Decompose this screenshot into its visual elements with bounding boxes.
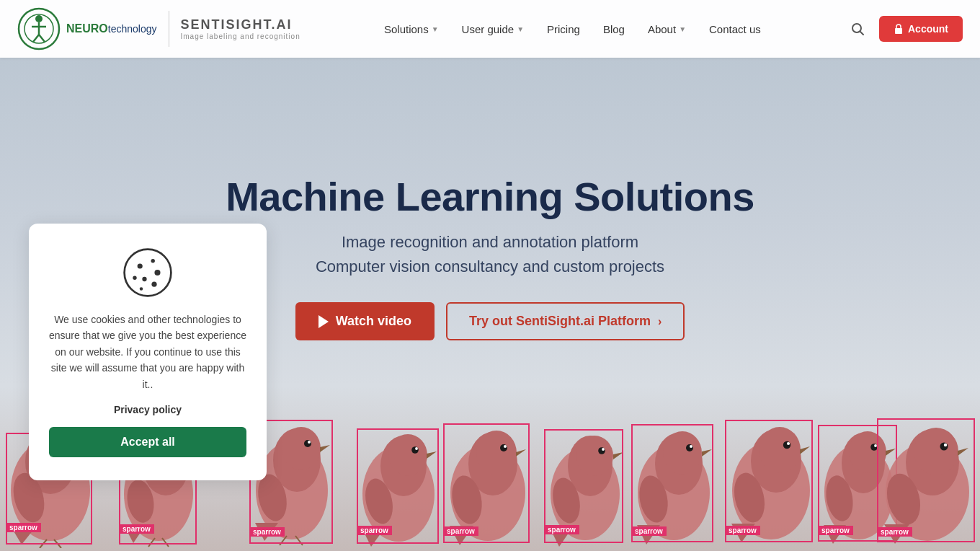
nav-solutions[interactable]: Solutions ▼ (374, 17, 449, 41)
bird-label-3: sparrow (249, 527, 285, 537)
bird-label-1: sparrow (6, 523, 41, 532)
account-label: Account (908, 23, 948, 35)
bird-label-5: sparrow (443, 526, 478, 536)
bird-item-10: sparrow (872, 404, 980, 551)
account-button[interactable]: Account (879, 16, 963, 42)
bird-label-10: sparrow (877, 527, 912, 537)
play-icon (318, 315, 329, 328)
bird-item-7: sparrow (627, 407, 721, 551)
header: NEUROtechnology SENTISIGHT.AI Image labe… (0, 0, 980, 58)
neuro-logo-icon (17, 7, 61, 50)
search-button[interactable] (845, 16, 870, 42)
svg-point-77 (138, 263, 143, 268)
bird-label-4: sparrow (357, 526, 392, 535)
bird-item-4: sparrow (353, 411, 447, 551)
bird-item-6: sparrow (540, 411, 631, 551)
user-guide-chevron-icon: ▼ (517, 25, 524, 33)
bird-bounding-box-10 (877, 418, 975, 542)
bird-bounding-box-5 (443, 423, 530, 543)
nav-about[interactable]: About ▼ (638, 17, 696, 41)
bird-label-6: sparrow (544, 525, 579, 534)
neuro-label: NEUROtechnology (66, 22, 157, 35)
main-nav: Solutions ▼ User guide ▼ Pricing Blog Ab… (374, 17, 771, 41)
privacy-policy-link[interactable]: Privacy policy (114, 404, 182, 415)
bird-bounding-box-7 (631, 424, 713, 542)
svg-point-80 (142, 277, 146, 281)
svg-point-83 (140, 287, 143, 291)
svg-point-78 (151, 259, 155, 263)
neuro-text-block: NEUROtechnology (66, 22, 157, 35)
svg-rect-9 (895, 28, 902, 34)
bird-label-9: sparrow (818, 526, 853, 535)
svg-point-76 (125, 250, 172, 296)
logo-neuro[interactable]: NEUROtechnology (17, 7, 157, 50)
nav-user-guide[interactable]: User guide ▼ (452, 17, 534, 41)
cookie-text: We use cookies and other technologies to… (49, 312, 246, 392)
header-right: Account (845, 16, 963, 42)
nav-pricing[interactable]: Pricing (537, 17, 590, 41)
bird-bounding-box-8 (725, 420, 813, 542)
nav-contact[interactable]: Contact us (699, 17, 771, 41)
bird-item-5: sparrow (440, 407, 537, 551)
lock-icon (894, 24, 904, 34)
about-chevron-icon: ▼ (679, 25, 686, 33)
accept-all-button[interactable]: Accept all (49, 427, 246, 457)
try-platform-button[interactable]: Try out SentiSight.ai Platform › (446, 302, 685, 340)
svg-point-79 (154, 270, 160, 276)
bird-item-8: sparrow (721, 404, 821, 551)
cookie-banner: We use cookies and other technologies to… (29, 224, 267, 480)
sentisight-sub: Image labeling and recognition (181, 32, 300, 40)
logo-area: NEUROtechnology SENTISIGHT.AI Image labe… (17, 7, 300, 50)
sentisight-logo[interactable]: SENTISIGHT.AI Image labeling and recogni… (181, 17, 300, 40)
bird-label-8: sparrow (725, 526, 760, 535)
solutions-chevron-icon: ▼ (432, 25, 439, 33)
cookie-icon (122, 247, 174, 299)
svg-line-5 (33, 35, 39, 42)
search-icon (850, 22, 865, 36)
svg-point-81 (133, 276, 136, 280)
hero-title: Machine Learning Solutions (0, 173, 980, 220)
sentisight-name: SENTISIGHT.AI (181, 17, 300, 32)
nav-blog[interactable]: Blog (593, 17, 635, 41)
svg-point-82 (151, 282, 156, 287)
chevron-right-icon: › (658, 315, 662, 328)
bird-label-7: sparrow (631, 526, 667, 536)
watch-video-button[interactable]: Watch video (295, 302, 435, 340)
svg-line-6 (39, 35, 45, 42)
svg-line-8 (860, 32, 863, 35)
logo-divider (169, 11, 169, 47)
svg-point-2 (35, 15, 43, 22)
bird-label-2: sparrow (119, 524, 154, 534)
